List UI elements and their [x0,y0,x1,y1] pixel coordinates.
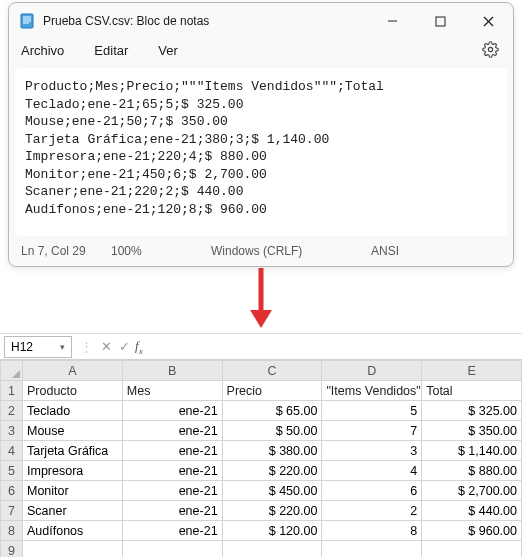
status-eol: Windows (CRLF) [211,244,361,258]
cell[interactable]: 2 [322,501,422,521]
row-header[interactable]: 7 [1,501,23,521]
cell[interactable]: ene-21 [122,481,222,501]
statusbar: Ln 7, Col 29 100% Windows (CRLF) ANSI [9,238,513,266]
menu-view[interactable]: Ver [158,43,178,58]
gear-icon[interactable] [482,41,499,61]
cell[interactable]: $ 120.00 [222,521,322,541]
cell[interactable]: $ 380.00 [222,441,322,461]
cell[interactable]: $ 220.00 [222,461,322,481]
separator: ⋮ [76,339,97,354]
cell[interactable]: ene-21 [122,521,222,541]
select-all-corner[interactable] [1,361,23,381]
window-controls [377,11,503,31]
grid[interactable]: ABCDE1ProductoMesPrecio"Items Vendidos"T… [0,360,522,557]
row-header[interactable]: 4 [1,441,23,461]
row-header[interactable]: 2 [1,401,23,421]
fx-icon[interactable]: fx [133,338,149,356]
cancel-icon[interactable]: ✕ [97,339,115,354]
cell[interactable]: 8 [322,521,422,541]
notepad-icon [19,13,35,29]
minimize-button[interactable] [377,11,407,31]
cell[interactable]: Producto [23,381,123,401]
window-title: Prueba CSV.csv: Bloc de notas [43,14,369,28]
arrow-down-icon [0,263,522,333]
cell[interactable] [222,541,322,558]
cell[interactable]: $ 450.00 [222,481,322,501]
cell[interactable]: $ 1,140.00 [422,441,522,461]
cell[interactable]: Total [422,381,522,401]
cell[interactable]: 5 [322,401,422,421]
row-header[interactable]: 9 [1,541,23,558]
row-header[interactable]: 3 [1,421,23,441]
cell[interactable]: Monitor [23,481,123,501]
cell[interactable]: $ 960.00 [422,521,522,541]
col-header-A[interactable]: A [23,361,123,381]
cell[interactable]: "Items Vendidos" [322,381,422,401]
name-box[interactable]: H12 ▾ [4,336,72,358]
maximize-button[interactable] [425,11,455,31]
cell[interactable]: Mouse [23,421,123,441]
formula-bar: H12 ▾ ⋮ ✕ ✓ fx [0,334,522,360]
cell[interactable]: Scaner [23,501,123,521]
cell[interactable] [322,541,422,558]
cell[interactable]: ene-21 [122,401,222,421]
cell[interactable]: Teclado [23,401,123,421]
spreadsheet: H12 ▾ ⋮ ✕ ✓ fx ABCDE1ProductoMesPrecio"I… [0,333,522,557]
cell[interactable]: Impresora [23,461,123,481]
cell[interactable]: $ 880.00 [422,461,522,481]
cell[interactable]: $ 440.00 [422,501,522,521]
name-box-value: H12 [11,340,33,354]
cell[interactable]: ene-21 [122,501,222,521]
col-header-C[interactable]: C [222,361,322,381]
menu-file[interactable]: Archivo [21,43,64,58]
cell[interactable] [122,541,222,558]
cell[interactable]: $ 2,700.00 [422,481,522,501]
cell[interactable]: $ 350.00 [422,421,522,441]
status-zoom: 100% [111,244,211,258]
cell[interactable]: ene-21 [122,421,222,441]
svg-point-9 [488,47,492,51]
cell[interactable]: $ 220.00 [222,501,322,521]
cell[interactable]: Precio [222,381,322,401]
cell[interactable]: ene-21 [122,441,222,461]
menubar: Archivo Editar Ver [9,37,513,68]
cell[interactable]: 3 [322,441,422,461]
cell[interactable]: 6 [322,481,422,501]
row-header[interactable]: 8 [1,521,23,541]
cell[interactable]: Mes [122,381,222,401]
cell[interactable]: $ 325.00 [422,401,522,421]
chevron-down-icon[interactable]: ▾ [60,342,65,352]
col-header-D[interactable]: D [322,361,422,381]
notepad-window: Prueba CSV.csv: Bloc de notas Archivo Ed… [8,2,514,267]
row-header[interactable]: 1 [1,381,23,401]
cell[interactable]: ene-21 [122,461,222,481]
cell[interactable]: Audífonos [23,521,123,541]
status-position: Ln 7, Col 29 [21,244,111,258]
status-encoding: ANSI [361,244,501,258]
cell[interactable] [422,541,522,558]
row-header[interactable]: 6 [1,481,23,501]
cell[interactable]: 4 [322,461,422,481]
accept-icon[interactable]: ✓ [115,339,133,354]
text-content[interactable]: Producto;Mes;Precio;"""Items Vendidos"""… [15,68,507,236]
svg-marker-11 [250,310,272,328]
svg-rect-6 [436,17,445,26]
menu-edit[interactable]: Editar [94,43,128,58]
cell[interactable] [23,541,123,558]
close-button[interactable] [473,11,503,31]
titlebar[interactable]: Prueba CSV.csv: Bloc de notas [9,3,513,37]
col-header-E[interactable]: E [422,361,522,381]
formula-input[interactable] [149,336,522,358]
cell[interactable]: Tarjeta Gráfica [23,441,123,461]
cell[interactable]: $ 50.00 [222,421,322,441]
row-header[interactable]: 5 [1,461,23,481]
cell[interactable]: $ 65.00 [222,401,322,421]
cell[interactable]: 7 [322,421,422,441]
col-header-B[interactable]: B [122,361,222,381]
